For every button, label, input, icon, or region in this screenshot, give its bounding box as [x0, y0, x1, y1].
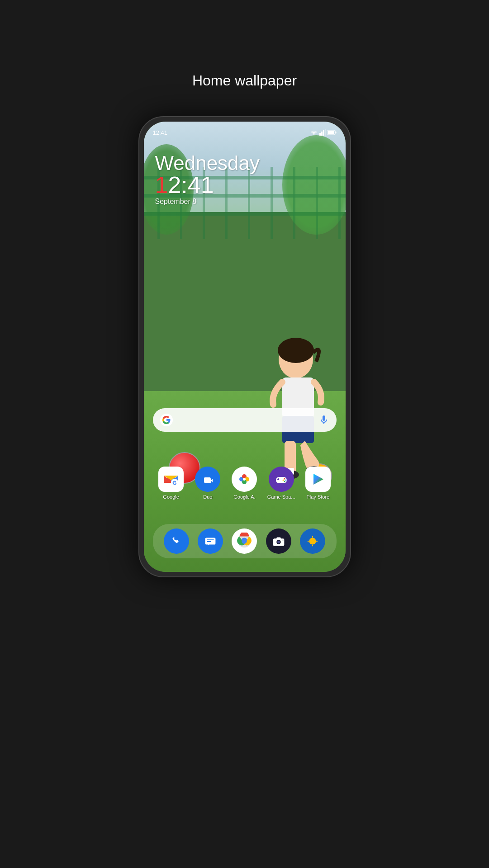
svg-rect-19	[338, 167, 341, 239]
app-google[interactable]: Google	[154, 467, 188, 500]
svg-rect-20	[319, 133, 321, 136]
time-red-one: 1	[155, 173, 168, 197]
app-grid: Google Duo	[144, 467, 346, 500]
svg-rect-16	[271, 167, 273, 239]
app-duo[interactable]: Duo	[191, 467, 225, 500]
wifi-icon	[310, 129, 318, 136]
dock-phone[interactable]	[163, 528, 190, 554]
app-gamespace[interactable]: Game Spa...	[264, 467, 298, 500]
app-label-assistant: Google A.	[228, 494, 261, 500]
time-display: 1 2:41	[155, 173, 260, 197]
dock-messages[interactable]	[197, 528, 223, 554]
page-title: Home wallpaper	[192, 72, 297, 89]
svg-point-62	[309, 538, 316, 544]
mic-icon[interactable]	[318, 415, 329, 425]
time-rest: 2:41	[168, 173, 214, 197]
dock-bar	[144, 524, 346, 558]
svg-point-60	[282, 539, 284, 541]
dock-camera[interactable]	[266, 528, 292, 554]
status-time: 12:41	[153, 129, 168, 136]
app-label-playstore: Play Store	[301, 494, 335, 500]
svg-point-36	[243, 478, 246, 481]
svg-rect-18	[316, 167, 318, 239]
svg-rect-38	[276, 477, 287, 483]
svg-rect-63	[312, 536, 313, 538]
svg-rect-23	[325, 129, 326, 136]
dock-chrome[interactable]	[231, 528, 257, 554]
dock-row	[153, 524, 337, 558]
svg-rect-21	[321, 132, 323, 136]
status-icons	[310, 129, 337, 136]
day-label: Wednesday	[155, 153, 260, 173]
date-label: September 8	[155, 198, 260, 206]
svg-point-41	[284, 478, 285, 480]
svg-point-58	[277, 541, 280, 543]
google-g-icon	[160, 414, 173, 426]
dock-weather[interactable]	[299, 528, 326, 554]
app-label-gamespace: Game Spa...	[264, 494, 298, 500]
app-playstore[interactable]: Play Store	[301, 467, 335, 500]
svg-rect-59	[276, 537, 281, 539]
svg-rect-26	[335, 132, 336, 133]
svg-rect-25	[328, 131, 334, 134]
svg-rect-66	[316, 541, 318, 542]
svg-rect-22	[323, 130, 324, 136]
app-label-duo: Duo	[191, 494, 225, 500]
svg-point-42	[285, 480, 286, 481]
search-bar[interactable]	[153, 408, 337, 432]
svg-rect-65	[307, 541, 309, 542]
svg-rect-17	[293, 167, 295, 239]
app-assistant[interactable]: Google A.	[228, 467, 261, 500]
datetime-section: Wednesday 1 2:41 September 8	[155, 153, 260, 206]
svg-point-44	[284, 481, 285, 482]
phone-frame: 12:41	[138, 116, 351, 577]
svg-rect-40	[278, 478, 279, 480]
battery-icon	[328, 130, 337, 135]
svg-point-1	[278, 338, 314, 363]
svg-rect-64	[312, 545, 313, 547]
status-bar: 12:41	[144, 122, 346, 140]
svg-rect-10	[144, 212, 346, 216]
signal-icon	[319, 129, 326, 136]
svg-point-43	[282, 480, 284, 481]
app-label-google: Google	[154, 494, 188, 500]
phone-screen: 12:41	[144, 122, 346, 572]
app-row: Google Duo	[151, 467, 339, 500]
svg-point-54	[242, 538, 247, 543]
